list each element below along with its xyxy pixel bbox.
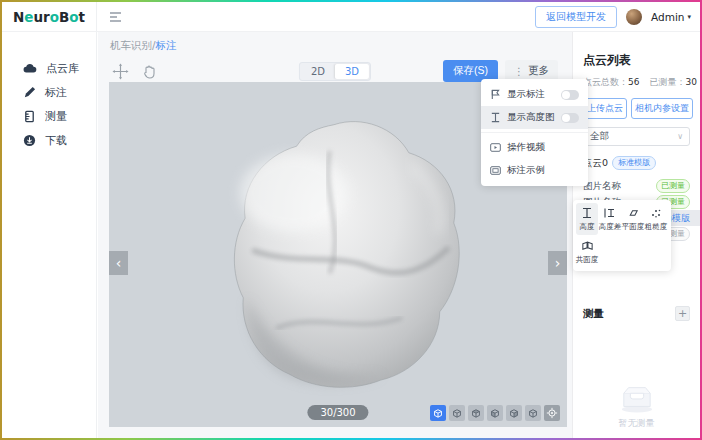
pen-icon	[23, 86, 36, 99]
view-cube-active-button[interactable]	[430, 405, 446, 421]
image-list-item[interactable]: 图片名称 已测量	[573, 178, 700, 194]
view-cube-right-button[interactable]	[506, 405, 522, 421]
logo-letter: N	[13, 9, 24, 25]
measured-badge: 已测量	[656, 179, 690, 193]
prev-frame-button[interactable]: ‹	[109, 251, 128, 275]
flatness-icon	[627, 207, 640, 219]
more-dropdown-menu: 显示标注 显示高度图 操作视频 标注示例	[481, 79, 588, 186]
avatar[interactable]	[626, 9, 642, 25]
view-cube-back-button[interactable]	[468, 405, 484, 421]
logo-letter: u	[33, 9, 43, 25]
header-right: 返回模型开发 Admin ▾	[535, 6, 700, 28]
app-page: NeuroBot 返回模型开发 Admin ▾ 点云库 标注 测量	[2, 2, 700, 438]
filter-select[interactable]: 全部 ∨	[583, 127, 690, 146]
total-value: 56	[628, 77, 639, 87]
show-heightmap-toggle[interactable]	[561, 113, 579, 123]
video-icon	[490, 142, 501, 153]
panel-stats: 点云总数：56 已测量：30	[583, 76, 690, 89]
measurement-tools-popup: 高度 高度差 平面度 粗糙度 共面度	[573, 200, 671, 271]
sidebar: 点云库 标注 测量 下载	[2, 32, 97, 438]
logo-letter: r	[43, 9, 50, 25]
view-cube-left-button[interactable]	[487, 405, 503, 421]
total-label: 点云总数：	[583, 77, 628, 87]
user-name: Admin	[651, 11, 684, 23]
sidebar-collapse-icon[interactable]	[109, 11, 122, 23]
back-to-model-dev-button[interactable]: 返回模型开发	[535, 6, 617, 28]
measurement-section-header: 测量 +	[583, 306, 690, 321]
tool-roughness[interactable]: 粗糙度	[645, 203, 667, 235]
height-icon	[581, 207, 593, 219]
header: NeuroBot 返回模型开发 Admin ▾	[2, 2, 700, 32]
text-height-icon	[490, 112, 501, 123]
chevron-right-icon: ›	[555, 255, 561, 271]
roughness-icon	[650, 207, 662, 219]
logo-letter: o	[69, 9, 78, 25]
breadcrumb-current: 标注	[156, 39, 177, 51]
panel-buttons: 上传点云 相机内参设置	[583, 98, 690, 119]
template-badge: 标准模版	[612, 156, 656, 170]
tool-coplanarity[interactable]: 共面度	[576, 236, 598, 268]
user-menu[interactable]: Admin ▾	[651, 11, 691, 23]
tooth-3d-mesh	[189, 106, 479, 396]
reset-view-target-button[interactable]	[544, 405, 560, 421]
view-cube-buttons	[430, 405, 560, 421]
ruler-icon	[23, 110, 36, 123]
chevron-down-icon: ∨	[677, 132, 683, 141]
logo-letter: e	[24, 9, 33, 25]
menu-item-show-annotations[interactable]: 显示标注	[481, 83, 588, 106]
menu-item-annotation-example[interactable]: 标注示例	[481, 159, 588, 182]
tool-flatness[interactable]: 平面度	[622, 203, 644, 235]
logo-letter: t	[79, 9, 85, 25]
download-icon	[23, 134, 36, 147]
rotate-tool-icon[interactable]	[112, 63, 129, 80]
hand-tool-icon[interactable]	[142, 64, 157, 79]
sidebar-item-measure[interactable]: 测量	[2, 104, 96, 128]
filter-selected-value: 全部	[590, 130, 609, 143]
frame-counter: 30/300	[307, 405, 368, 420]
flag-icon	[490, 89, 501, 100]
breadcrumb: 机车识别/标注	[98, 32, 572, 53]
tool-height[interactable]: 高度	[576, 203, 598, 235]
app-logo: NeuroBot	[2, 2, 97, 31]
sidebar-item-download[interactable]: 下载	[2, 128, 96, 152]
next-frame-button[interactable]: ›	[548, 251, 567, 275]
logo-letter: o	[50, 9, 59, 25]
menu-item-tutorial-video[interactable]: 操作视频	[481, 136, 588, 159]
chevron-left-icon: ‹	[116, 255, 122, 271]
measured-value: 30	[685, 77, 696, 87]
camera-intrinsics-button[interactable]: 相机内参设置	[631, 98, 693, 119]
dimension-toggle: 2D 3D	[299, 62, 371, 81]
panel-title: 点云列表	[583, 52, 690, 69]
menu-item-show-heightmap[interactable]: 显示高度图	[481, 106, 588, 129]
sidebar-item-annotate[interactable]: 标注	[2, 80, 96, 104]
pointcloud-group[interactable]: 点云0 标准模版	[583, 156, 690, 170]
measured-label: 已测量：	[649, 77, 685, 87]
add-measurement-button[interactable]: +	[675, 306, 690, 321]
mode-2d-button[interactable]: 2D	[301, 64, 335, 79]
empty-state-text: 暂无测量	[573, 417, 700, 430]
sidebar-item-pointcloud-library[interactable]: 点云库	[2, 56, 96, 80]
height-difference-icon	[604, 207, 616, 219]
menu-divider	[481, 132, 588, 133]
view-cube-top-button[interactable]	[525, 405, 541, 421]
tool-height-difference[interactable]: 高度差	[599, 203, 621, 235]
logo-letter: B	[59, 9, 69, 25]
coplanarity-icon	[581, 240, 594, 252]
cloud-icon	[23, 63, 37, 74]
more-dots-icon: ⋮	[514, 66, 524, 77]
breadcrumb-parent[interactable]: 机车识别	[110, 39, 152, 51]
frame-icon	[490, 165, 501, 176]
empty-box-icon	[613, 382, 661, 414]
upload-pointcloud-button[interactable]: 上传点云	[583, 98, 627, 119]
view-cube-front-button[interactable]	[449, 405, 465, 421]
show-annotations-toggle[interactable]	[561, 90, 579, 100]
caret-down-icon: ▾	[687, 13, 691, 21]
window-frame: NeuroBot 返回模型开发 Admin ▾ 点云库 标注 测量	[0, 0, 702, 440]
empty-state: 暂无测量	[573, 382, 700, 430]
mode-3d-button[interactable]: 3D	[335, 64, 369, 79]
